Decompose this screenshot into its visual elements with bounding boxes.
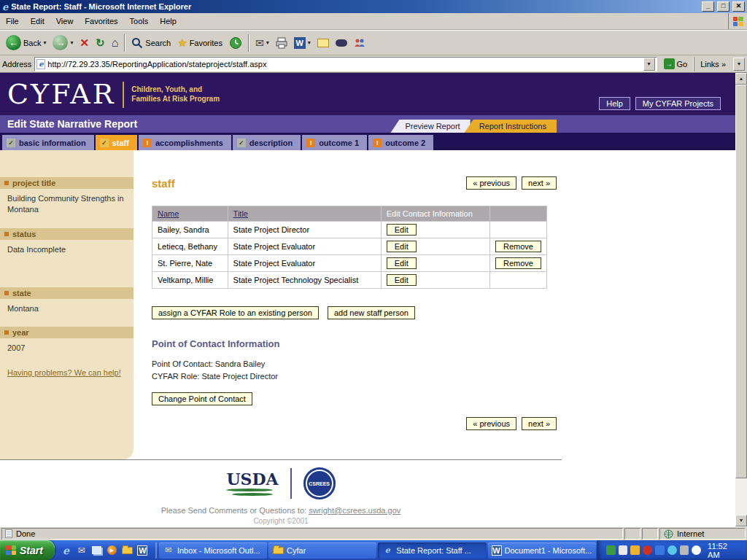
address-dropdown-icon[interactable]: ▾ (643, 58, 655, 71)
home-button[interactable]: ⌂ (109, 32, 122, 54)
scrollbar-thumb[interactable] (735, 85, 747, 478)
sidebar-value-year: 2007 (0, 338, 133, 357)
taskbar-task-state-report[interactable]: e State Report: Staff ... (378, 542, 486, 559)
tray-network-icon[interactable] (655, 545, 665, 555)
change-poc-button[interactable]: Change Point of Contact (152, 392, 252, 405)
my-cyfar-projects-button[interactable]: My CYFAR Projects (635, 97, 721, 110)
go-button[interactable]: → Go (660, 58, 692, 69)
scroll-up-icon[interactable]: ▲ (735, 73, 747, 85)
restore-button[interactable]: □ (717, 1, 729, 12)
forward-dropdown-icon[interactable]: ▾ (70, 39, 73, 46)
column-header-title[interactable]: Title (228, 206, 381, 222)
tray-icon[interactable] (692, 545, 701, 555)
refresh-button[interactable]: ↻ (93, 32, 108, 54)
discuss-icon (317, 39, 329, 47)
research-button[interactable] (333, 32, 350, 54)
mail-dropdown-icon[interactable]: ▾ (266, 39, 269, 46)
mail-button[interactable]: ✉ ▾ (252, 32, 272, 54)
edit-button[interactable]: Edit (387, 241, 417, 252)
discuss-button[interactable] (314, 32, 332, 54)
sidebar-header-state: state (0, 287, 133, 299)
sidebar-header-label: project title (12, 179, 55, 187)
cyfar-logo: CYFAR (7, 80, 115, 108)
menu-help[interactable]: Help (154, 13, 182, 29)
assign-cyfar-role-button[interactable]: assign a CYFAR Role to an existing perso… (152, 306, 319, 319)
edit-with-word-button[interactable]: W ▾ (291, 32, 314, 54)
edit-button[interactable]: Edit (387, 274, 417, 286)
url-input[interactable] (47, 60, 640, 69)
edit-button[interactable]: Edit (387, 257, 417, 269)
back-button[interactable]: ← Back ▾ (3, 32, 49, 54)
messenger-button[interactable] (351, 32, 368, 54)
tab-outcome-2[interactable]: ! outcome 2 (368, 135, 433, 150)
vertical-scrollbar[interactable]: ▲ ▼ (735, 73, 747, 526)
previous-button[interactable]: « previous (466, 176, 516, 190)
help-link[interactable]: Having problems? We can help! (7, 368, 126, 377)
back-dropdown-icon[interactable]: ▾ (43, 39, 46, 46)
quicklaunch-media-player-icon[interactable]: ▶ (106, 544, 118, 556)
comments-prefix: Please Send Comments or Questions to: (161, 506, 306, 515)
edit-dropdown-icon[interactable]: ▾ (308, 39, 311, 46)
tab-staff[interactable]: ✓ staff (96, 135, 137, 150)
scroll-down-icon[interactable]: ▼ (735, 515, 747, 526)
status-text: Done (16, 529, 35, 538)
add-new-staff-button[interactable]: add new staff person (328, 306, 415, 319)
tray-volume-icon[interactable] (680, 545, 689, 555)
tab-basic-information[interactable]: ✓ basic information (2, 135, 94, 150)
next-button[interactable]: next » (522, 176, 557, 190)
remove-button[interactable]: Remove (495, 257, 541, 269)
tray-icon[interactable] (619, 545, 628, 555)
quicklaunch-word-icon[interactable]: W (136, 544, 149, 556)
tray-icon[interactable] (667, 545, 677, 555)
help-button[interactable]: Help (599, 97, 630, 110)
forward-button[interactable]: → ▾ (50, 32, 76, 54)
quicklaunch-show-desktop-icon[interactable] (90, 544, 103, 556)
status-message-panel: Done (1, 528, 623, 540)
links-button[interactable]: Links » (694, 57, 730, 71)
favorites-button[interactable]: ★ Favorites (174, 32, 225, 54)
menu-tools[interactable]: Tools (124, 13, 155, 29)
quicklaunch-mail-icon[interactable]: ✉ (75, 544, 88, 556)
menu-edit[interactable]: Edit (25, 13, 50, 29)
browser-window: e State Report: Staff - Microsoft Intern… (0, 0, 747, 560)
edit-button[interactable]: Edit (387, 224, 417, 236)
tab-accomplishments[interactable]: ! accomplishments (139, 135, 231, 150)
taskbar-clock[interactable]: 11:52 AM (708, 542, 740, 559)
column-header-name[interactable]: Name (152, 206, 228, 222)
previous-button-bottom[interactable]: « previous (466, 417, 516, 430)
report-instructions-tab[interactable]: Report Instructions (465, 120, 557, 133)
toolbar-options-dropdown-icon[interactable]: ▾ (733, 58, 745, 71)
comments-email-link[interactable]: swright@csrees.usda.gov (309, 506, 400, 515)
tab-outcome-1[interactable]: ! outcome 1 (302, 135, 367, 150)
quicklaunch-folder-icon[interactable] (121, 544, 133, 556)
bullet-icon (4, 181, 9, 185)
tray-icon[interactable] (630, 545, 640, 555)
sidebar-header-project-title: project title (0, 177, 133, 189)
bullet-icon (4, 330, 9, 335)
tab-description[interactable]: ✓ description (233, 135, 301, 150)
stop-button[interactable]: ✕ (77, 32, 93, 54)
close-button[interactable]: ✕ (732, 1, 745, 12)
taskbar-task-outlook[interactable]: ✉ Inbox - Microsoft Outl... (159, 542, 267, 559)
tray-shield-icon[interactable] (606, 545, 616, 555)
quicklaunch-ie-icon[interactable]: e (60, 544, 72, 556)
start-button[interactable]: Start (0, 540, 55, 560)
menu-favorites[interactable]: Favorites (79, 13, 123, 29)
content-body: project title Building Community Strengt… (0, 150, 735, 459)
menu-file[interactable]: File (0, 13, 25, 29)
preview-report-tab[interactable]: Preview Report (390, 120, 470, 133)
print-button[interactable] (273, 32, 290, 54)
history-button[interactable] (226, 32, 245, 54)
next-button-bottom[interactable]: next » (522, 417, 557, 430)
history-icon (229, 36, 242, 50)
minimize-button[interactable]: _ (702, 1, 714, 12)
system-tray: 11:52 AM (597, 540, 747, 560)
taskbar-task-cyfar-folder[interactable]: Cyfar (268, 542, 376, 559)
remove-button[interactable]: Remove (495, 241, 541, 252)
search-button[interactable]: Search (128, 32, 174, 54)
tray-icon[interactable] (643, 545, 652, 555)
sidebar-header-label: status (12, 230, 36, 238)
taskbar-task-word-document[interactable]: W Document1 - Microsoft... (488, 542, 596, 559)
scrollbar-track[interactable] (735, 85, 747, 515)
menu-view[interactable]: View (50, 13, 80, 29)
